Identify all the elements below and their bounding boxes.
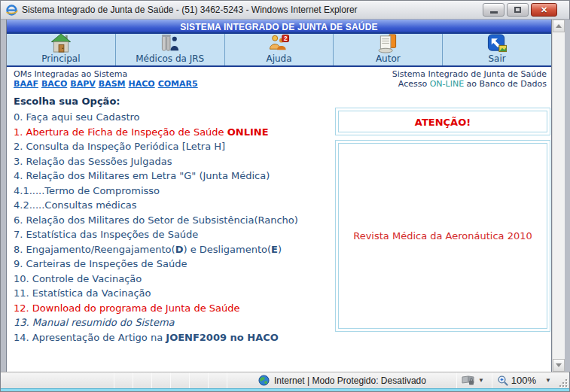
toolbar-item-ajuda[interactable]: 2 Ajuda [225,34,334,65]
scroll-down-icon [556,363,562,367]
restore-icon [514,7,521,13]
toolbar-label: Principal [41,53,80,64]
zoom-icon[interactable] [497,375,509,387]
toolbar-item-principal[interactable]: Principal [7,34,116,65]
page-banner-title: SISTEMA INTEGRADO DE JUNTA DE SAÚDE [180,22,378,32]
window-frame-right [565,20,570,372]
vertical-scrollbar[interactable] [552,20,565,372]
title-bar: Sistema Integrado de Junta de Saúde - (5… [1,1,569,20]
toolbar-item-autor[interactable]: Autor [334,34,443,65]
toolbar-label: Sair [488,53,505,64]
doctors-icon [159,33,181,53]
help-icon: 2 [267,33,290,53]
toolbar-item-sair[interactable]: Sair [443,34,551,65]
browser-window: Sistema Integrado de Junta de Saúde - (5… [0,0,570,392]
protected-mode-icon[interactable] [462,375,475,386]
statusbar-sections [114,372,245,388]
scroll-up-button[interactable] [553,20,565,32]
link-baco[interactable]: BACO [41,79,67,89]
oms-label: OMs Integradas ao Sistema [14,69,201,79]
attention-content-text: Revista Médica da Aeronáutica 2010 [353,230,532,242]
access-online-text: Acesso ON-LINE ao Banco de Dados [392,79,547,89]
oms-links: BAAFBACOBAPVBASMHACOCOMAR5 [14,79,201,89]
scroll-up-icon [556,24,562,28]
internet-zone-icon [258,375,270,386]
toolbar-label: Médicos da JRS [136,53,204,64]
attention-panel: ATENÇÃO! Revista Médica da Aeronáutica 2… [335,108,550,332]
window-frame-bottom [1,388,569,391]
resize-grip[interactable] [559,378,568,387]
page-content: OMs Integradas ao Sistema BAAFBACOBAPVBA… [7,67,551,372]
attention-header-box: ATENÇÃO! [335,108,550,135]
attention-content-box: Revista Médica da Aeronáutica 2010 [335,140,550,332]
scrollbar-track[interactable] [553,32,565,359]
link-comar5[interactable]: COMAR5 [158,79,198,89]
link-baaf[interactable]: BAAF [14,79,38,89]
nav-toolbar: Principal Médicos da JRS [7,32,551,67]
online-highlight: ON-LINE [430,79,464,89]
link-haco[interactable]: HACO [129,79,155,89]
svg-text:2: 2 [284,35,288,42]
menu-heading: Escolha sua Opção: [14,96,551,107]
status-bar: Internet | Modo Protegido: Desativado ▼ … [1,372,569,388]
restore-button[interactable] [507,3,529,17]
toolbar-label: Autor [376,53,401,64]
link-bapv[interactable]: BAPV [70,79,95,89]
toolbar-label: Ajuda [266,53,291,64]
minimize-icon [490,11,498,14]
attention-title: ATENÇÃO! [415,117,471,128]
scroll-down-button[interactable] [553,359,565,372]
author-icon [376,33,399,53]
zone-status-text: Internet | Modo Protegido: Desativado [274,375,426,386]
zoom-level[interactable]: 100% [511,375,536,386]
home-icon [50,33,72,53]
toolbar-item-medicos[interactable]: Médicos da JRS [116,34,225,65]
link-basm[interactable]: BASM [99,79,126,89]
menu-item[interactable]: 14. Apresentação de Artigo na JOENF2009 … [14,330,551,345]
exit-icon [486,33,508,53]
close-icon: ✕ [541,5,547,15]
page-banner: SISTEMA INTEGRADO DE JUNTA DE SAÚDE [7,20,551,32]
protected-mode-dropdown-icon[interactable]: ▼ [478,377,484,384]
minimize-button[interactable] [483,3,504,17]
zoom-dropdown-icon[interactable]: ▼ [545,377,551,384]
close-button[interactable]: ✕ [531,3,557,17]
window-title: Sistema Integrado de Junta de Saúde - (5… [22,5,483,15]
system-name-text: Sistema Integrado de Junta de Saúde [392,69,547,79]
internet-explorer-icon [5,4,18,17]
